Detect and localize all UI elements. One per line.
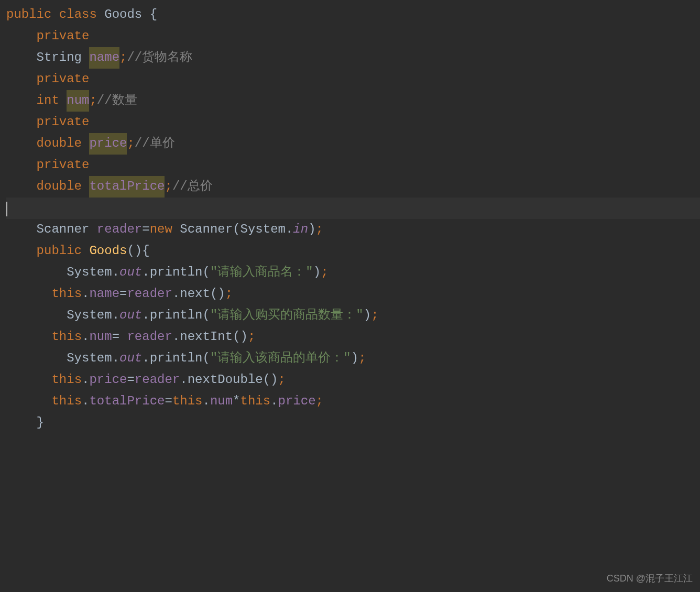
string-literal: "请输入该商品的单价：" <box>210 348 351 369</box>
field-reader: reader <box>97 219 142 240</box>
method-println: println <box>150 262 203 283</box>
field-out: out <box>119 305 142 326</box>
semicolon: ; <box>316 391 323 412</box>
semicolon: ; <box>119 47 127 69</box>
field-out: out <box>119 348 142 369</box>
code-line[interactable]: System.out.println("请输入该商品的单价："); <box>6 348 700 369</box>
class-system: System <box>67 262 112 283</box>
code-line[interactable]: String name;//货物名称 <box>6 47 700 69</box>
field-out: out <box>119 262 142 283</box>
semicolon: ; <box>248 326 255 348</box>
close-brace: } <box>37 412 44 434</box>
type-double: double <box>37 133 82 155</box>
code-line[interactable]: private <box>6 112 700 133</box>
field-price: price <box>89 133 127 155</box>
semicolon: ; <box>165 176 172 198</box>
comment: //货物名称 <box>127 47 192 69</box>
ctor-scanner: Scanner <box>180 219 233 240</box>
method-println: println <box>150 348 203 369</box>
field-price: price <box>278 391 316 412</box>
keyword-this: this <box>240 391 271 412</box>
class-name: Goods <box>104 4 142 26</box>
keyword-this: this <box>51 369 82 391</box>
semicolon: ; <box>321 262 328 283</box>
watermark-label: CSDN @混子王江江 <box>607 571 693 587</box>
code-line[interactable]: System.out.println("请输入商品名："); <box>6 262 700 283</box>
field-name: name <box>89 283 119 305</box>
code-line[interactable]: this.name=reader.next(); <box>6 283 700 305</box>
field-name: name <box>89 47 119 69</box>
field-num: num <box>67 90 89 112</box>
caret-icon <box>6 202 7 216</box>
code-line[interactable]: System.out.println("请输入购买的商品数量："); <box>6 305 700 326</box>
keyword-this: this <box>51 391 82 412</box>
class-system: System <box>240 219 286 240</box>
code-line[interactable]: int num;//数量 <box>6 90 700 112</box>
type-int: int <box>37 90 59 112</box>
code-line[interactable]: this.price=reader.nextDouble(); <box>6 369 700 391</box>
type-double: double <box>37 176 82 198</box>
keyword-public: public <box>6 4 51 26</box>
string-literal: "请输入商品名：" <box>210 262 313 283</box>
keyword-this: this <box>51 326 82 348</box>
keyword-private: private <box>37 112 90 133</box>
open-brace: { <box>150 4 157 26</box>
field-num: num <box>210 391 233 412</box>
code-line[interactable]: public Goods(){ <box>6 240 700 262</box>
code-line[interactable]: double price;//单价 <box>6 133 700 155</box>
semicolon: ; <box>358 348 366 369</box>
type-string: String <box>37 47 82 69</box>
keyword-public: public <box>37 240 82 262</box>
keyword-private: private <box>37 155 90 176</box>
field-totalprice: totalPrice <box>89 176 165 198</box>
code-line[interactable]: private <box>6 69 700 90</box>
comment: //单价 <box>135 133 175 155</box>
semicolon: ; <box>89 90 96 112</box>
keyword-this: this <box>51 283 82 305</box>
method-next: next <box>180 283 210 305</box>
class-system: System <box>67 305 112 326</box>
field-in: in <box>293 219 308 240</box>
semicolon: ; <box>278 369 286 391</box>
semicolon: ; <box>371 305 378 326</box>
semicolon: ; <box>316 219 323 240</box>
code-line[interactable]: private <box>6 26 700 47</box>
method-println: println <box>150 305 203 326</box>
type-scanner: Scanner <box>37 219 90 240</box>
comment: //总价 <box>172 176 213 198</box>
field-reader: reader <box>135 369 180 391</box>
keyword-this: this <box>172 391 203 412</box>
method-nextdouble: nextDouble <box>188 369 263 391</box>
field-totalprice: totalPrice <box>89 391 165 412</box>
keyword-new: new <box>150 219 172 240</box>
comment: //数量 <box>97 90 137 112</box>
field-reader: reader <box>127 326 172 348</box>
semicolon: ; <box>127 133 134 155</box>
keyword-class: class <box>59 4 97 26</box>
code-line[interactable]: this.totalPrice=this.num*this.price; <box>6 391 700 412</box>
ctor-goods: Goods <box>89 240 127 262</box>
string-literal: "请输入购买的商品数量：" <box>210 305 364 326</box>
keyword-private: private <box>37 69 90 90</box>
keyword-private: private <box>37 26 90 47</box>
code-line[interactable]: double totalPrice;//总价 <box>6 176 700 198</box>
code-line[interactable]: public class Goods { <box>6 4 700 26</box>
class-system: System <box>67 348 112 369</box>
code-line[interactable]: this.num= reader.nextInt(); <box>6 326 700 348</box>
code-line-current[interactable] <box>6 198 700 219</box>
field-num: num <box>89 326 112 348</box>
field-price: price <box>89 369 127 391</box>
field-reader: reader <box>127 283 172 305</box>
code-line[interactable]: } <box>6 412 700 434</box>
code-line[interactable]: Scanner reader=new Scanner(System.in); <box>6 219 700 240</box>
method-nextint: nextInt <box>180 326 233 348</box>
code-editor[interactable]: public class Goods { private String name… <box>0 0 700 434</box>
semicolon: ; <box>225 283 233 305</box>
code-line[interactable]: private <box>6 155 700 176</box>
